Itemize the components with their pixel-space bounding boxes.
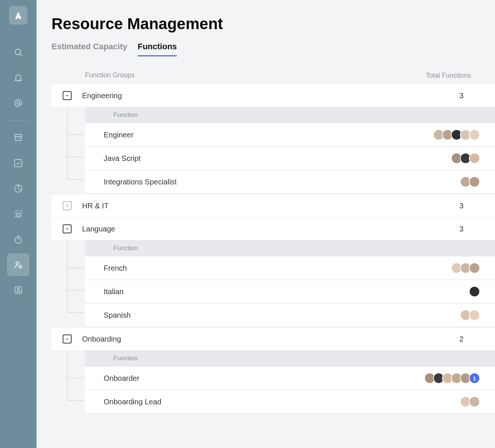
function-name: Onboarding Lead	[104, 398, 462, 406]
col-header-groups: Function Groups	[85, 71, 417, 80]
nav-divider	[7, 120, 29, 121]
group-count: 3	[443, 202, 480, 210]
table-area: Function Groups Total Functions − Engine…	[51, 71, 495, 414]
groups-container: − Engineering 3Function Engineer Java Sc…	[51, 84, 495, 414]
svg-rect-5	[15, 159, 22, 167]
dotted-box-icon[interactable]	[7, 203, 29, 225]
group-name: Onboarding	[82, 335, 443, 343]
avatar-stack	[471, 286, 480, 297]
group-name: HR & IT	[82, 202, 443, 210]
check-icon[interactable]	[7, 152, 29, 174]
function-name: French	[104, 264, 453, 273]
avatar[interactable]	[469, 286, 480, 297]
search-icon[interactable]	[7, 41, 29, 63]
svg-point-0	[15, 49, 21, 55]
bell-icon[interactable]	[7, 66, 29, 89]
avatar-more-badge[interactable]: 1	[469, 373, 480, 384]
avatar-stack	[453, 262, 480, 274]
mention-icon[interactable]	[7, 92, 29, 114]
group-row[interactable]: − Onboarding 2	[51, 328, 495, 350]
svg-point-12	[16, 262, 19, 265]
group-row[interactable]: − Language 3	[51, 218, 495, 240]
sidebar	[0, 0, 37, 448]
svg-point-15	[17, 288, 19, 290]
avatar[interactable]	[469, 309, 480, 321]
group-row[interactable]: − Engineering 3	[51, 84, 495, 107]
person-gear-icon[interactable]	[7, 253, 29, 276]
avatar[interactable]	[469, 129, 480, 140]
group-count: 3	[443, 225, 480, 233]
avatar[interactable]	[469, 262, 480, 274]
svg-line-1	[20, 54, 22, 56]
function-name: Spanish	[104, 311, 462, 320]
group-name: Engineering	[82, 91, 443, 100]
avatar[interactable]	[469, 396, 480, 407]
avatar-stack	[435, 129, 480, 140]
sub-content: Function Engineer Java Script Integratio…	[85, 107, 495, 194]
tab-estimated-capacity[interactable]: Estimated Capacity	[51, 42, 127, 56]
avatar-stack	[453, 153, 480, 164]
tab-functions[interactable]: Functions	[138, 42, 177, 56]
main-content: Resource Management Estimated Capacity F…	[37, 0, 495, 448]
function-name: Italian	[104, 287, 471, 296]
collapse-icon[interactable]: −	[63, 224, 72, 233]
function-row[interactable]: Italian	[85, 280, 495, 304]
function-row[interactable]: Java Script	[85, 147, 495, 170]
sub-area: Function Engineer Java Script Integratio…	[51, 107, 495, 194]
group-name: Language	[82, 225, 443, 233]
svg-rect-3	[15, 134, 22, 136]
col-header-total: Total Functions	[417, 71, 480, 80]
avatar[interactable]	[469, 153, 480, 164]
pie-chart-icon[interactable]	[7, 177, 29, 200]
app-logo[interactable]	[9, 6, 28, 25]
group-count: 2	[443, 335, 480, 343]
sub-area: Function French Italian Spanish	[51, 240, 495, 327]
expand-icon[interactable]: +	[63, 201, 72, 210]
sub-header: Function	[85, 350, 495, 367]
sub-header: Function	[85, 240, 495, 256]
function-row[interactable]: Onboarding Lead	[85, 390, 495, 414]
function-name: Java Script	[104, 154, 453, 163]
svg-rect-8	[17, 213, 20, 217]
function-name: Engineer	[104, 131, 435, 139]
sub-area: Function Onboarder 1 Onboarding Lead	[51, 350, 495, 414]
function-name: Onboarder	[104, 374, 426, 383]
page-title: Resource Management	[51, 15, 495, 33]
table-header: Function Groups Total Functions	[51, 71, 495, 84]
function-name: Integrations Specialist	[104, 178, 462, 186]
group-row[interactable]: + HR & IT 3	[51, 195, 495, 217]
function-row[interactable]: Engineer	[85, 123, 495, 147]
sub-content: Function Onboarder 1 Onboarding Lead	[85, 350, 495, 414]
function-row[interactable]: Onboarder 1	[85, 367, 495, 390]
function-row[interactable]: French	[85, 256, 495, 280]
archive-icon[interactable]	[7, 127, 29, 149]
tree-lines	[51, 240, 85, 327]
avatar-stack	[462, 396, 480, 407]
tabs: Estimated Capacity Functions	[51, 42, 495, 56]
sub-header: Function	[85, 107, 495, 123]
tree-lines	[51, 350, 85, 414]
avatar-stack	[462, 309, 480, 321]
function-row[interactable]: Spanish	[85, 304, 495, 327]
tree-lines	[51, 107, 85, 194]
group-count: 3	[443, 91, 480, 100]
avatar[interactable]	[469, 176, 480, 187]
avatar-stack	[462, 176, 480, 187]
sub-content: Function French Italian Spanish	[85, 240, 495, 327]
collapse-icon[interactable]: −	[63, 335, 72, 343]
contact-icon[interactable]	[7, 279, 29, 301]
collapse-icon[interactable]: −	[63, 91, 72, 100]
stopwatch-icon[interactable]	[7, 228, 29, 251]
svg-point-2	[17, 102, 20, 105]
avatar-stack: 1	[426, 373, 480, 384]
function-row[interactable]: Integrations Specialist	[85, 170, 495, 194]
